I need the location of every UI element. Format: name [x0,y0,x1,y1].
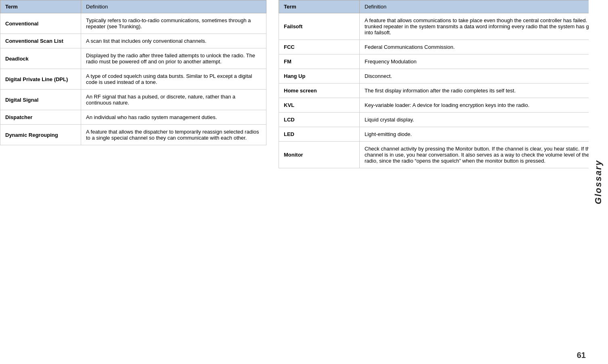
page-container: Term Definition ConventionalTypically re… [0,0,608,364]
right-table-wrapper: Term Definition FailsoftA feature that a… [279,0,608,364]
table-row: Dynamic RegroupingA feature that allows … [0,125,266,145]
definition-cell: Displayed by the radio after three faile… [81,48,266,69]
left-table-wrapper: Term Definition ConventionalTypically re… [0,0,266,364]
term-cell: LED [279,127,360,142]
term-cell: Digital Signal [0,90,81,110]
definition-cell: An individual who has radio system manag… [81,110,266,125]
table-row: KVLKey-variable loader: A device for loa… [279,98,608,113]
table-row: ConventionalTypically refers to radio-to… [0,13,266,34]
term-cell: Failsoft [279,13,360,40]
right-glossary-table: Term Definition FailsoftA feature that a… [279,0,608,168]
table-row: Hang UpDisconnect. [279,69,608,84]
table-row: FCCFederal Communications Commission. [279,40,608,54]
left-glossary-table: Term Definition ConventionalTypically re… [0,0,266,145]
term-cell: Hang Up [279,69,360,84]
definition-cell: Light-emitting diode. [360,127,608,142]
definition-cell: A type of coded squelch using data burst… [81,69,266,90]
definition-cell: Liquid crystal display. [360,113,608,127]
table-row: Home screenThe first display information… [279,84,608,98]
term-cell: Deadlock [0,48,81,69]
table-row: Digital Private Line (DPL)A type of code… [0,69,266,90]
definition-cell: Check channel activity by pressing the M… [360,142,608,168]
definition-cell: Disconnect. [360,69,608,84]
table-row: MonitorCheck channel activity by pressin… [279,142,608,168]
definition-cell: Key-variable loader: A device for loadin… [360,98,608,113]
sidebar-label: Glossary [589,0,608,364]
table-row: Digital SignalAn RF signal that has a pu… [0,90,266,110]
table-row: LCDLiquid crystal display. [279,113,608,127]
definition-cell: A feature that allows the dispatcher to … [81,125,266,145]
right-header-definition: Definition [360,0,608,13]
definition-cell: Federal Communications Commission. [360,40,608,54]
definition-cell: A scan list that includes only conventio… [81,34,266,48]
table-row: LEDLight-emitting diode. [279,127,608,142]
term-cell: FCC [279,40,360,54]
term-cell: Home screen [279,84,360,98]
term-cell: Conventional [0,13,81,34]
table-row: FailsoftA feature that allows communicat… [279,13,608,40]
left-header-term: Term [0,0,81,13]
table-row: DeadlockDisplayed by the radio after thr… [0,48,266,69]
left-header-definition: Definition [81,0,266,13]
term-cell: Dynamic Regrouping [0,125,81,145]
term-cell: LCD [279,113,360,127]
table-row: DispatcherAn individual who has radio sy… [0,110,266,125]
term-cell: KVL [279,98,360,113]
right-header-term: Term [279,0,360,13]
sidebar-text: Glossary [593,160,604,204]
definition-cell: A feature that allows communications to … [360,13,608,40]
definition-cell: The first display information after the … [360,84,608,98]
term-cell: Dispatcher [0,110,81,125]
table-row: FMFrequency Modulation [279,54,608,69]
definition-cell: An RF signal that has a pulsed, or discr… [81,90,266,110]
table-row: Conventional Scan ListA scan list that i… [0,34,266,48]
definition-cell: Typically refers to radio-to-radio commu… [81,13,266,34]
term-cell: Conventional Scan List [0,34,81,48]
term-cell: Monitor [279,142,360,168]
definition-cell: Frequency Modulation [360,54,608,69]
term-cell: FM [279,54,360,69]
page-number: 61 [577,351,586,360]
term-cell: Digital Private Line (DPL) [0,69,81,90]
divider-gap [266,0,279,364]
